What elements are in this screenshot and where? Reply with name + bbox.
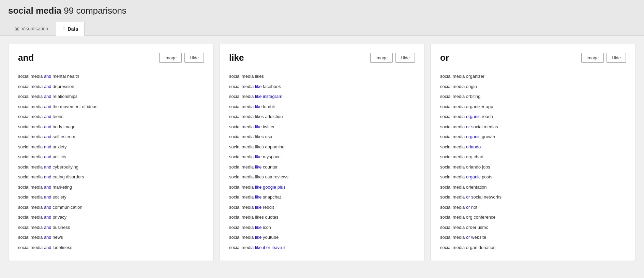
or-link[interactable]: orlando	[466, 144, 481, 149]
list-item: social media like counter	[229, 162, 415, 172]
list-item: social media and loneliness	[18, 243, 204, 253]
list-item: social media like instagram	[229, 91, 415, 102]
list-item: social media likes quotes	[229, 212, 415, 222]
and-link[interactable]: and	[44, 215, 51, 220]
like-link[interactable]: like	[255, 194, 262, 200]
like-link[interactable]: like	[255, 225, 262, 230]
card-like-buttons: Image Hide	[370, 53, 415, 63]
like-link[interactable]: like	[255, 104, 262, 109]
list-item: social media and privacy	[18, 212, 204, 222]
and-link[interactable]: and	[44, 185, 51, 190]
list-item: social media like twitter	[229, 122, 415, 132]
list-item: social media like it or leave it	[229, 243, 415, 253]
list-item: social media or social networks	[440, 192, 626, 202]
tab-bar: ◎ Visualisation ≡ Data	[8, 21, 636, 35]
and-link[interactable]: and	[44, 74, 51, 79]
list-item: social media orlando	[440, 142, 626, 152]
list-item: social media and teens	[18, 112, 204, 122]
main-content: and Image Hide social media and mental h…	[0, 36, 644, 269]
list-item: social media and news	[18, 232, 204, 243]
list-item: social media organic reach	[440, 112, 626, 122]
list-item: social media organic posts	[440, 172, 626, 182]
card-like-image-button[interactable]: Image	[370, 53, 393, 63]
card-and-title: and	[18, 53, 34, 63]
card-like-title: like	[229, 53, 244, 63]
page-title: social media 99 comparisons	[8, 5, 636, 16]
or-link[interactable]: organic	[466, 114, 481, 119]
card-like-list: social media likes social media like fac…	[229, 71, 415, 252]
or-link[interactable]: organic	[466, 134, 481, 139]
card-and-header: and Image Hide	[18, 53, 204, 63]
list-item: social media organic growth	[440, 132, 626, 142]
like-link[interactable]: like it or leave it	[255, 245, 286, 250]
like-link[interactable]: like	[255, 205, 262, 210]
list-item: social media org conference	[440, 212, 626, 222]
card-and-hide-button[interactable]: Hide	[184, 53, 204, 63]
like-link[interactable]: like instagram	[255, 94, 282, 99]
list-item: social media likes addiction	[229, 112, 415, 122]
page-header: social media 99 comparisons ◎ Visualisat…	[0, 0, 644, 36]
list-item: social media order usmc	[440, 222, 626, 233]
list-item: social media or social medias	[440, 122, 626, 132]
like-link[interactable]: like	[255, 164, 262, 170]
and-link[interactable]: and	[44, 164, 51, 170]
card-or-list: social media organizer social media orig…	[440, 71, 626, 252]
or-link[interactable]: or	[466, 235, 470, 240]
and-link[interactable]: and	[44, 124, 51, 129]
and-link[interactable]: and	[44, 225, 51, 230]
list-item: social media like facebook	[229, 82, 415, 92]
and-link[interactable]: and	[44, 134, 51, 139]
or-link[interactable]: or	[466, 124, 470, 129]
like-link[interactable]: like	[255, 84, 262, 89]
list-item: social media origin	[440, 82, 626, 92]
list-item: social media and mental health	[18, 71, 204, 82]
list-item: social media and eating disorders	[18, 172, 204, 182]
list-item: social media likes dopamine	[229, 142, 415, 152]
tab-visualisation-label: Visualisation	[21, 26, 48, 31]
and-link[interactable]: and	[44, 114, 51, 119]
like-link[interactable]: like	[255, 154, 262, 159]
and-link[interactable]: and	[44, 174, 51, 179]
tab-visualisation[interactable]: ◎ Visualisation	[8, 21, 55, 35]
list-item: social media organizer	[440, 71, 626, 82]
list-item: social media and anxiety	[18, 142, 204, 152]
like-link[interactable]: like	[255, 124, 262, 129]
list-item: social media orientation	[440, 182, 626, 192]
card-or-image-button[interactable]: Image	[581, 53, 604, 63]
and-link[interactable]: and	[44, 245, 51, 250]
list-item: social media organizer app	[440, 102, 626, 112]
list-item: social media or website	[440, 232, 626, 243]
list-item: social media like tumblr	[229, 102, 415, 112]
list-item: social media and cyberbullying	[18, 162, 204, 172]
card-like: like Image Hide social media likes socia…	[219, 44, 425, 261]
list-item: social media like myspace	[229, 152, 415, 162]
or-link[interactable]: organic	[466, 174, 481, 179]
card-like-hide-button[interactable]: Hide	[395, 53, 415, 63]
list-item: social media and the movement of ideas	[18, 102, 204, 112]
or-link[interactable]: or	[466, 194, 470, 200]
card-and-image-button[interactable]: Image	[159, 53, 182, 63]
and-link[interactable]: and	[44, 84, 51, 89]
and-link[interactable]: and	[44, 154, 51, 159]
list-item: social media and politics	[18, 152, 204, 162]
tab-data[interactable]: ≡ Data	[56, 22, 85, 36]
card-or: or Image Hide social media organizer soc…	[430, 44, 636, 261]
and-link[interactable]: and	[44, 194, 51, 200]
list-item: social media and marketing	[18, 182, 204, 192]
list-item: social media organ donation	[440, 243, 626, 253]
like-link[interactable]: like google plus	[255, 185, 286, 190]
and-link[interactable]: and	[44, 205, 51, 210]
list-item: social media and communication	[18, 202, 204, 213]
list-item: social media likes	[229, 71, 415, 82]
and-link[interactable]: and	[44, 104, 51, 109]
and-link[interactable]: and	[44, 144, 51, 149]
list-item: social media org chart	[440, 152, 626, 162]
or-link[interactable]: or	[466, 205, 470, 210]
and-link[interactable]: and	[44, 94, 51, 99]
list-item: social media and business	[18, 222, 204, 233]
list-item: social media likes usa reviews	[229, 172, 415, 182]
card-or-hide-button[interactable]: Hide	[606, 53, 626, 63]
list-item: social media and depression	[18, 82, 204, 92]
like-link[interactable]: like	[255, 235, 262, 240]
and-link[interactable]: and	[44, 235, 51, 240]
